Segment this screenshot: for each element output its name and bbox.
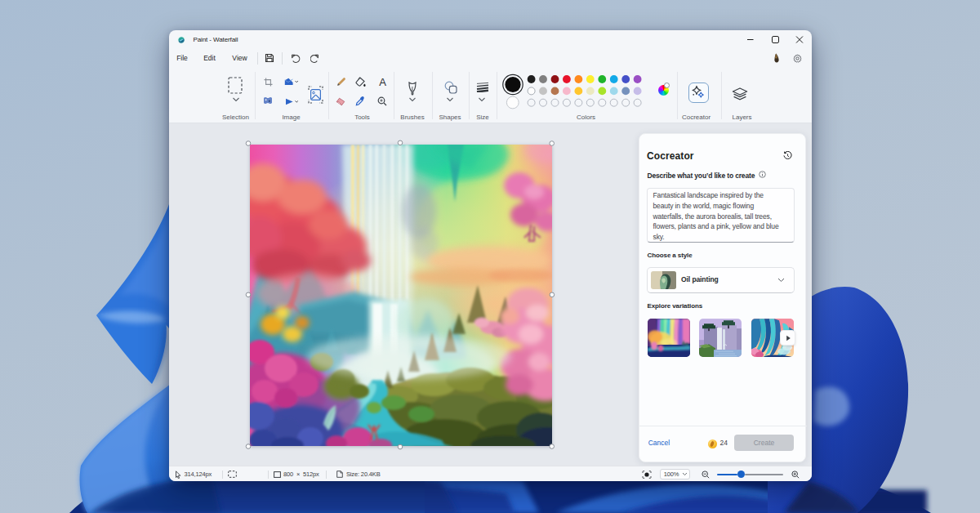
svg-text:A: A bbox=[379, 77, 386, 87]
